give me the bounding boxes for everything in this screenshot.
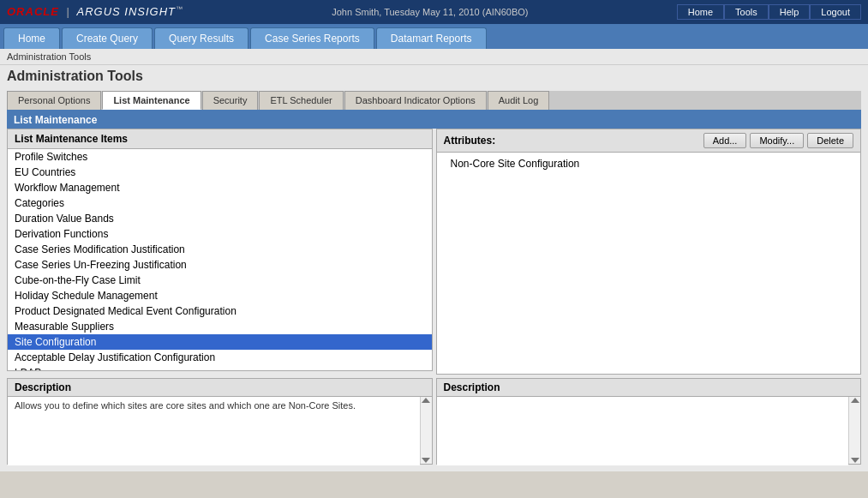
description-right-header: Description [436,378,862,396]
list-item[interactable]: LDAP [8,365,432,371]
desc-right-scroll-down[interactable] [851,458,859,463]
list-item[interactable]: Product Designated Medical Event Configu… [8,303,432,319]
nav-datamart[interactable]: Datamart Reports [376,27,487,49]
desc-left-scroll-down[interactable] [422,458,430,463]
list-item[interactable]: Case Series Un-Freezing Justification [8,257,432,273]
attributes-buttons: Add... Modify... Delete [703,133,853,148]
description-left-col: Description [7,378,433,465]
user-info: John Smith, Tuesday May 11, 2010 (AIN60B… [183,7,677,17]
desc-left-scroll-up[interactable] [422,398,430,403]
attributes-header-row: Attributes: Add... Modify... Delete [436,129,862,152]
top-nav-home[interactable]: Home [677,4,724,20]
list-item[interactable]: Cube-on-the-Fly Case Limit [8,273,432,288]
description-left-textarea[interactable] [8,397,420,465]
list-item[interactable]: Holiday Schedule Management [8,288,432,303]
description-right-textarea[interactable] [437,397,849,465]
top-nav-help[interactable]: Help [769,4,811,20]
list-maintenance-items-list[interactable]: Profile Switches EU Countries Workflow M… [7,148,433,371]
page-title-bar: Administration Tools [0,65,868,91]
nav-case-series[interactable]: Case Series Reports [250,27,374,49]
argus-insight-logo: ARGUS INSIGHT™ [77,5,184,18]
description-left-header: Description [7,378,433,396]
list-maintenance-items-header: List Maintenance Items [7,129,433,148]
tab-etl[interactable]: ETL Scheduler [259,91,343,110]
attribute-item[interactable]: Non-Core Site Configuration [444,156,854,171]
list-item[interactable]: Workflow Management [8,180,432,195]
list-item[interactable]: Case Series Modification Justification [8,242,432,257]
list-item[interactable]: Acceptable Delay Justification Configura… [8,350,432,365]
top-header: ORACLE | ARGUS INSIGHT™ John Smith, Tues… [0,0,868,24]
logo-separator: | [63,5,73,18]
list-item[interactable]: Duration Value Bands [8,211,432,226]
secondary-tabs: Personal Options List Maintenance Securi… [7,91,861,111]
tab-dashboard[interactable]: Dashboard Indicator Options [344,91,487,110]
list-item[interactable]: EU Countries [8,165,432,180]
desc-right-scroll-up[interactable] [851,398,859,403]
top-nav-logout[interactable]: Logout [810,4,861,20]
logo-area: ORACLE | ARGUS INSIGHT™ [7,5,183,18]
tab-list-maintenance[interactable]: List Maintenance [102,91,201,110]
attributes-label: Attributes: [444,135,496,147]
list-item[interactable]: Categories [8,195,432,211]
list-maintenance-panel-header: List Maintenance [7,111,861,129]
modify-button[interactable]: Modify... [750,133,804,148]
attributes-list[interactable]: Non-Core Site Configuration [436,152,862,375]
tab-security[interactable]: Security [202,91,259,110]
two-col-layout: List Maintenance Items Profile Switches … [7,129,861,375]
page-title: Administration Tools [7,69,861,84]
tab-personal[interactable]: Personal Options [7,91,101,110]
nav-home[interactable]: Home [3,27,60,49]
left-column: List Maintenance Items Profile Switches … [7,129,433,375]
list-item[interactable]: Measurable Suppliers [8,319,432,334]
content-area: Personal Options List Maintenance Securi… [0,91,868,471]
list-item[interactable]: Derivation Functions [8,226,432,242]
tab-audit[interactable]: Audit Log [488,91,549,110]
right-column: Attributes: Add... Modify... Delete Non-… [436,129,862,375]
top-nav: Home Tools Help Logout [677,4,861,20]
top-nav-tools[interactable]: Tools [724,4,769,20]
oracle-logo: ORACLE [7,5,59,18]
nav-create-query[interactable]: Create Query [62,27,153,49]
add-button[interactable]: Add... [703,133,747,148]
description-right-col: Description [436,378,862,465]
description-row: Description Description [7,378,861,465]
breadcrumb: Administration Tools [0,49,868,65]
nav-query-results[interactable]: Query Results [154,27,248,49]
list-item-selected[interactable]: Site Configuration [8,334,432,350]
main-nav: Home Create Query Query Results Case Ser… [0,24,868,49]
delete-button[interactable]: Delete [807,133,853,148]
list-item[interactable]: Profile Switches [8,149,432,165]
